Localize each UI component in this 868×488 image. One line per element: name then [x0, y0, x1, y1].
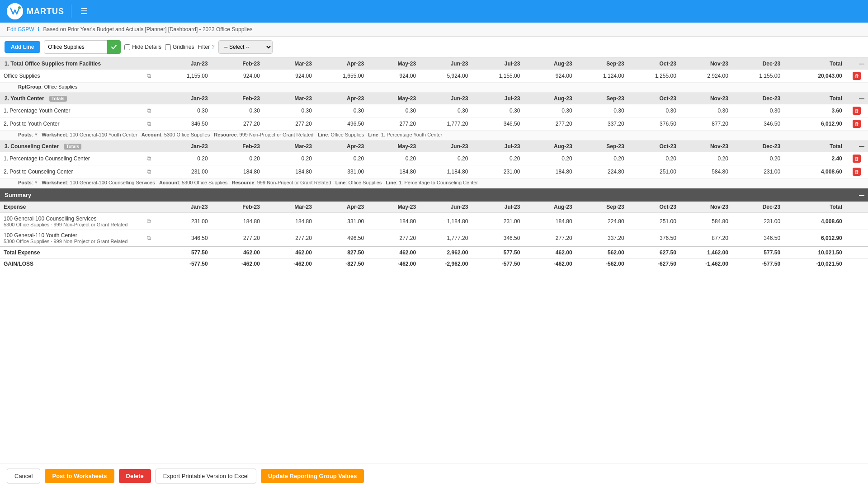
section3-row1-copy-icon[interactable]: ⧉ — [147, 155, 151, 162]
section3-title: 3. Counseling Center Totals — [0, 141, 143, 153]
main-table: 1. Total Office Supplies from Facilties … — [0, 58, 868, 269]
section1-total-header: Total — [784, 58, 846, 70]
app-title: MARTUS — [27, 7, 64, 16]
summary-row1-total: 4,008.60 — [784, 213, 846, 230]
section2-row2-name: 2. Post to Youth Center — [0, 117, 143, 131]
section3-row1-total: 2.40 — [784, 152, 846, 165]
summary-row2-total: 6,012.90 — [784, 230, 846, 247]
section1-apr-header: Apr-23 — [316, 58, 368, 70]
section1-row1-feb: 924.00 — [212, 70, 264, 83]
section2-row-1: 1. Percentage Youth Center ⧉ 0.30 0.30 0… — [0, 104, 868, 117]
summary-row1-name: 100 General-100 Counselling Services 530… — [0, 213, 143, 230]
hide-details-label: Hide Details — [132, 44, 161, 50]
section1-row1-may: 924.00 — [368, 70, 420, 83]
total-expense-label: Total Expense — [0, 247, 143, 258]
section1-nov-header: Nov-23 — [680, 58, 732, 70]
section3-row2-delete-button[interactable]: 🗑 — [853, 168, 861, 176]
section1-jul-header: Jul-23 — [472, 58, 524, 70]
total-expense-row: Total Expense 577.50 462.00 462.00 827.5… — [0, 247, 868, 258]
section3-row2-copy-icon[interactable]: ⧉ — [147, 168, 151, 175]
section1-jun-header: Jun-23 — [420, 58, 472, 70]
section1-row1-total: 20,043.00 — [784, 70, 846, 83]
hamburger-button[interactable]: ☰ — [78, 4, 90, 19]
section3-info-text: Posts: Y Worksheet: 100 General-100 Coun… — [0, 178, 868, 188]
section3-row2-name: 2. Post to Counseling Center — [0, 165, 143, 178]
section1-mar-header: Mar-23 — [264, 58, 316, 70]
gain-loss-label: GAIN/LOSS — [0, 258, 143, 270]
summary-row2-copy-icon[interactable]: ⧉ — [147, 235, 151, 241]
category-input[interactable] — [44, 40, 107, 54]
section1-sep-header: Sep-23 — [576, 58, 628, 70]
section2-row2-copy-icon[interactable]: ⧉ — [147, 120, 151, 127]
filter-label-text: Filter — [198, 44, 210, 50]
section2-info-text: Posts: Y Worksheet: 100 General-110 Yout… — [0, 131, 868, 141]
logo-area: MARTUS — [7, 3, 64, 19]
section2-row1-copy-icon[interactable]: ⧉ — [147, 107, 151, 114]
add-line-button[interactable]: Add Line — [5, 41, 40, 53]
breadcrumb-subtitle: Based on Prior Year's Budget and Actuals… — [43, 26, 252, 33]
category-input-group — [44, 40, 121, 54]
section2-totals-badge: Totals — [49, 96, 67, 102]
section1-row1-delete-button[interactable]: 🗑 — [853, 72, 861, 80]
section2-row1-delete-button[interactable]: 🗑 — [853, 107, 861, 115]
section1-row1-jan: 1,155.00 — [160, 70, 212, 83]
section1-dec-header: Dec-23 — [732, 58, 784, 70]
gain-loss-total: -10,021.50 — [784, 258, 846, 270]
section3-row1-delete-button[interactable]: 🗑 — [853, 155, 861, 163]
gridlines-checkbox[interactable] — [165, 44, 171, 50]
section3-info-row: Posts: Y Worksheet: 100 General-100 Coun… — [0, 178, 868, 188]
section2-row1-total: 3.60 — [784, 104, 846, 117]
summary-col-headers: Expense Jan-23 Feb-23 Mar-23 Apr-23 May-… — [0, 202, 868, 213]
section1-row1-oct: 1,255.00 — [628, 70, 680, 83]
main-content: 1. Total Office Supplies from Facilties … — [0, 58, 868, 269]
breadcrumb-info-icon[interactable]: ℹ — [38, 26, 40, 33]
section1-row1-name: Office Supplies — [0, 70, 143, 83]
section3-row-2: 2. Post to Counseling Center ⧉ 231.00 18… — [0, 165, 868, 178]
section1-rptgroup-row: RptGroup: Office Supplies — [0, 83, 868, 93]
section1-may-header: May-23 — [368, 58, 420, 70]
category-confirm-button[interactable] — [107, 40, 121, 54]
section1-header: 1. Total Office Supplies from Facilties … — [0, 58, 868, 70]
gridlines-checkbox-label[interactable]: Gridlines — [165, 44, 194, 50]
summary-expense-header: Expense — [0, 202, 143, 213]
section3-totals-badge: Totals — [64, 144, 81, 150]
breadcrumb: Edit GSPW ℹ Based on Prior Year's Budget… — [0, 23, 868, 37]
section3-row1-name: 1. Percentage to Counseling Center — [0, 152, 143, 165]
filter-group: Filter ? — [198, 44, 214, 50]
section1-row1-sep: 1,124.00 — [576, 70, 628, 83]
hide-details-checkbox-label[interactable]: Hide Details — [124, 44, 161, 50]
filter-select[interactable]: -- Select -- — [218, 40, 273, 54]
section2-row-2: 2. Post to Youth Center ⧉ 346.50 277.20 … — [0, 117, 868, 131]
total-expense-total: 10,021.50 — [784, 247, 846, 258]
section2-info-row: Posts: Y Worksheet: 100 General-110 Yout… — [0, 131, 868, 141]
section1-row1-copy-icon[interactable]: ⧉ — [147, 72, 151, 79]
section1-collapse-icon[interactable]: — — [846, 58, 868, 70]
section1-row1-jun: 5,924.00 — [420, 70, 472, 83]
svg-point-1 — [18, 6, 21, 9]
section1-row1-apr: 1,655.00 — [316, 70, 368, 83]
gain-loss-row: GAIN/LOSS -577.50 -462.00 -462.00 -827.5… — [0, 258, 868, 270]
header-divider — [71, 5, 71, 18]
section1-row1-aug: 924.00 — [524, 70, 576, 83]
summary-row1-copy-icon[interactable]: ⧉ — [147, 218, 151, 225]
section1-rptgroup-text: RptGroup: Office Supplies — [0, 83, 868, 93]
logo-icon — [7, 3, 23, 19]
section2-row2-delete-button[interactable]: 🗑 — [853, 120, 861, 128]
section3-row-1: 1. Percentage to Counseling Center ⧉ 0.2… — [0, 152, 868, 165]
summary-row2-name: 100 General-110 Youth Center 5300 Office… — [0, 230, 143, 247]
summary-header: Summary — — [0, 188, 868, 202]
section2-title: 2. Youth Center Totals — [0, 93, 143, 105]
breadcrumb-link[interactable]: Edit GSPW — [7, 26, 34, 33]
section1-row-1: Office Supplies ⧉ 1,155.00 924.00 924.00… — [0, 70, 868, 83]
filter-info-icon[interactable]: ? — [212, 44, 215, 50]
hide-details-checkbox[interactable] — [124, 44, 130, 50]
section1-aug-header: Aug-23 — [524, 58, 576, 70]
section3-row2-total: 4,008.60 — [784, 165, 846, 178]
section2-row1-name: 1. Percentage Youth Center — [0, 104, 143, 117]
section1-row1-dec: 1,155.00 — [732, 70, 784, 83]
section1-jan-header: Jan-23 — [160, 58, 212, 70]
section2-row2-total: 6,012.90 — [784, 117, 846, 131]
summary-row-2: 100 General-110 Youth Center 5300 Office… — [0, 230, 868, 247]
summary-row-1: 100 General-100 Counselling Services 530… — [0, 213, 868, 230]
section1-oct-header: Oct-23 — [628, 58, 680, 70]
